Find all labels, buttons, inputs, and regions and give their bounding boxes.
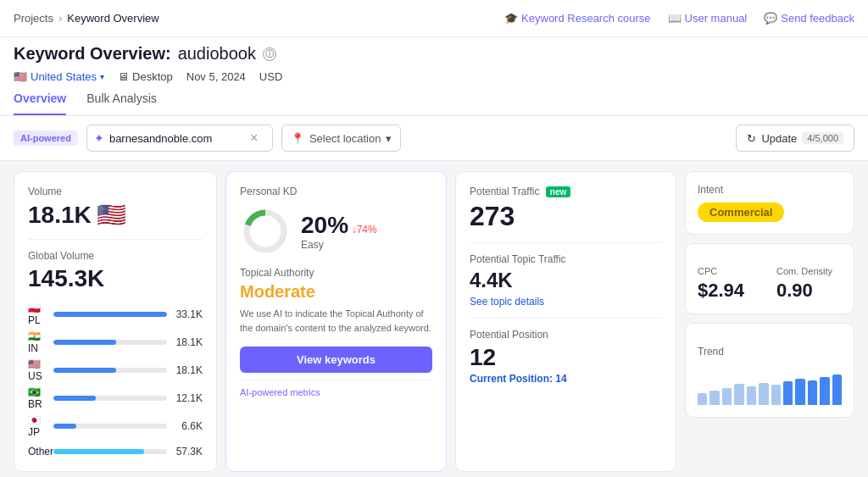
top-bar-links: 🎓 Keyword Research course 📖 User manual … bbox=[504, 12, 854, 25]
breadcrumb: Projects › Keyword Overview bbox=[14, 12, 159, 25]
trend-bar-1 bbox=[698, 393, 707, 405]
kd-card: Personal KD 20% ↓74% Easy Topical Author… bbox=[225, 171, 447, 472]
course-link[interactable]: 🎓 Keyword Research course bbox=[504, 12, 650, 25]
trend-bar-9 bbox=[795, 379, 804, 405]
potential-traffic-label: Potential Traffic new bbox=[470, 186, 662, 197]
page-title: Keyword Overview: audiobook ⓘ bbox=[14, 44, 854, 64]
see-topic-link[interactable]: See topic details bbox=[470, 296, 662, 308]
volume-label: Volume bbox=[28, 186, 203, 197]
current-position-value: 14 bbox=[555, 373, 566, 385]
chevron-down-icon: ▾ bbox=[386, 132, 392, 145]
bar-bg-jp bbox=[53, 424, 167, 429]
topical-desc: We use AI to indicate the Topical Author… bbox=[240, 307, 432, 335]
tab-overview[interactable]: Overview bbox=[14, 83, 66, 115]
bar-bg-in bbox=[53, 340, 167, 345]
country-row-br: 🇧🇷 BR 12.1K bbox=[28, 386, 203, 410]
tab-bulk-analysis[interactable]: Bulk Analysis bbox=[86, 83, 156, 115]
volume-card: Volume 18.1K 🇺🇸 Global Volume 145.3K 🇵🇱 … bbox=[14, 171, 217, 472]
bar-bg-br bbox=[53, 396, 167, 401]
trend-bar-4 bbox=[734, 384, 743, 405]
country-row-in: 🇮🇳 IN 18.1K bbox=[28, 330, 203, 354]
domain-input-wrap[interactable]: ✦ × bbox=[86, 125, 273, 152]
trend-label: Trend bbox=[698, 346, 842, 358]
manual-link[interactable]: 📖 User manual bbox=[668, 12, 748, 25]
potential-traffic-value: 273 bbox=[470, 201, 662, 232]
manual-icon: 📖 bbox=[668, 12, 682, 25]
breadcrumb-separator: › bbox=[58, 12, 62, 25]
density-block: Com. Density 0.90 bbox=[776, 266, 842, 302]
country-row-us: 🇺🇸 US 18.1K bbox=[28, 358, 203, 382]
trend-bar-7 bbox=[771, 385, 781, 405]
desktop-icon: 🖥 bbox=[118, 70, 129, 83]
density-label: Com. Density bbox=[776, 266, 842, 276]
header-section: Keyword Overview: audiobook ⓘ 🇺🇸 United … bbox=[0, 37, 868, 83]
commercial-badge: Commercial bbox=[698, 202, 784, 222]
bar-fill-jp bbox=[53, 424, 76, 429]
cpc-value: $2.94 bbox=[698, 280, 763, 302]
donut-svg bbox=[240, 206, 291, 257]
trend-card: Trend bbox=[685, 323, 854, 418]
bar-fill-pl bbox=[53, 312, 167, 317]
kd-label: Personal KD bbox=[240, 186, 432, 197]
date-display: Nov 5, 2024 bbox=[186, 70, 246, 83]
sparkle-icon: ✦ bbox=[94, 131, 104, 145]
ai-badge: AI-powered bbox=[14, 130, 78, 146]
kd-difficulty: Easy bbox=[301, 239, 377, 251]
location-select[interactable]: 📍 Select location ▾ bbox=[281, 125, 402, 152]
feedback-link[interactable]: 💬 Send feedback bbox=[764, 12, 854, 25]
bar-bg-pl bbox=[53, 312, 167, 317]
bar-fill-us bbox=[53, 368, 116, 373]
country-jp: 🇯🇵 JP bbox=[28, 414, 48, 438]
topic-traffic-value: 4.4K bbox=[470, 269, 662, 292]
currency-display: USD bbox=[259, 70, 282, 83]
val-in: 18.1K bbox=[172, 336, 203, 348]
kd-percent: 20% bbox=[301, 212, 348, 238]
toolbar: AI-powered ✦ × 📍 Select location ▾ ↻ Upd… bbox=[0, 116, 868, 161]
update-button[interactable]: ↻ Update 4/5,000 bbox=[736, 125, 854, 152]
density-value: 0.90 bbox=[776, 280, 842, 302]
view-keywords-button[interactable]: View keywords bbox=[240, 347, 432, 373]
other-label: Other bbox=[28, 446, 48, 458]
content-area: Volume 18.1K 🇺🇸 Global Volume 145.3K 🇵🇱 … bbox=[0, 161, 868, 477]
tabs-row: Overview Bulk Analysis bbox=[0, 83, 868, 116]
position-label: Potential Position bbox=[470, 329, 662, 341]
right-column: Intent Commercial CPC $2.94 Com. Density… bbox=[685, 171, 854, 472]
chevron-down-icon: ▾ bbox=[100, 72, 104, 81]
topical-label: Topical Authority bbox=[240, 267, 432, 279]
us-flag-volume: 🇺🇸 bbox=[97, 201, 126, 229]
country-us: 🇺🇸 US bbox=[28, 358, 48, 382]
country-pl: 🇵🇱 PL bbox=[28, 302, 48, 326]
country-selector[interactable]: 🇺🇸 United States ▾ bbox=[14, 70, 104, 83]
device-selector: 🖥 Desktop bbox=[118, 70, 173, 83]
trend-bars bbox=[698, 364, 842, 405]
cpc-label: CPC bbox=[698, 266, 763, 276]
bar-fill-in bbox=[53, 340, 116, 345]
trend-bar-5 bbox=[747, 386, 756, 405]
trend-bar-10 bbox=[808, 380, 817, 405]
global-value: 145.3K bbox=[28, 265, 203, 292]
country-br: 🇧🇷 BR bbox=[28, 386, 48, 410]
feedback-icon: 💬 bbox=[764, 12, 777, 25]
update-counter: 4/5,000 bbox=[802, 132, 843, 144]
trend-bar-12 bbox=[832, 374, 842, 405]
breadcrumb-current: Keyword Overview bbox=[67, 12, 159, 25]
kd-stats: 20% ↓74% Easy bbox=[301, 212, 377, 251]
trend-bar-6 bbox=[759, 383, 768, 405]
breadcrumb-projects[interactable]: Projects bbox=[14, 12, 53, 25]
course-icon: 🎓 bbox=[504, 12, 518, 25]
new-badge: new bbox=[546, 186, 570, 197]
topic-traffic-label: Potential Topic Traffic bbox=[470, 253, 662, 265]
cpc-card: CPC $2.94 Com. Density 0.90 bbox=[685, 243, 854, 314]
country-row-jp: 🇯🇵 JP 6.6K bbox=[28, 414, 203, 438]
val-jp: 6.6K bbox=[172, 420, 203, 432]
info-icon[interactable]: ⓘ bbox=[263, 47, 276, 61]
domain-input[interactable] bbox=[109, 132, 245, 145]
donut-wrap: 20% ↓74% Easy bbox=[240, 206, 432, 257]
position-value: 12 bbox=[470, 344, 662, 371]
top-bar: Projects › Keyword Overview 🎓 Keyword Re… bbox=[0, 0, 868, 37]
clear-button[interactable]: × bbox=[250, 131, 258, 145]
us-flag: 🇺🇸 bbox=[14, 70, 27, 83]
country-in: 🇮🇳 IN bbox=[28, 330, 48, 354]
trend-bar-11 bbox=[820, 377, 829, 405]
cpc-block: CPC $2.94 bbox=[698, 266, 763, 302]
